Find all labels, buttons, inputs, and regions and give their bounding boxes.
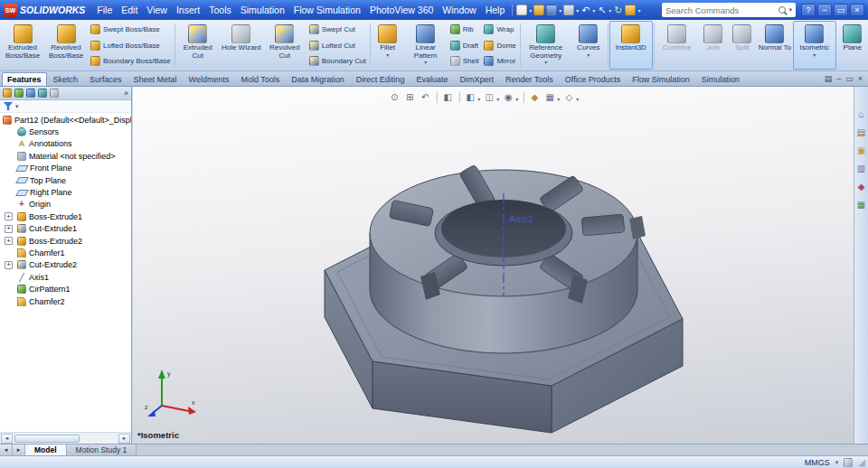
search-input[interactable] — [665, 5, 776, 15]
extruded-cut-button[interactable]: Extruded Cut — [176, 21, 220, 70]
tab-dimxpert[interactable]: DimXpert — [454, 72, 499, 86]
menu-insert[interactable]: Insert — [172, 3, 204, 17]
dropdown-caret-icon[interactable]: ▾ — [386, 52, 389, 58]
dropdown-caret-icon[interactable]: ▾ — [529, 7, 532, 14]
tree-item-right-plane[interactable]: Right Plane — [0, 186, 131, 198]
lofted-boss-button[interactable]: Lofted Boss/Base — [90, 41, 171, 51]
menu-flow-simulation[interactable]: Flow Simulation — [289, 3, 365, 17]
open-icon[interactable] — [533, 5, 544, 15]
menu-tools[interactable]: Tools — [204, 3, 236, 17]
dropdown-caret-icon[interactable]: ▾ — [576, 96, 579, 102]
configurationmanager-tab-icon[interactable] — [26, 89, 35, 98]
scroll-right-icon[interactable]: ▸ — [118, 434, 130, 444]
curves-button[interactable]: Curves▾ — [571, 21, 607, 70]
tree-item-chamfer2[interactable]: Chamfer2 — [0, 295, 131, 307]
linear-pattern-button[interactable]: Linear Pattern▾ — [404, 21, 448, 70]
tree-item-cut-extrude2[interactable]: +Cut-Extrude2 — [0, 259, 131, 271]
display-style-icon[interactable]: ◫ — [482, 90, 496, 104]
panel-chevron-icon[interactable]: » — [124, 89, 128, 98]
close-button[interactable]: × — [850, 4, 864, 16]
design-library-icon[interactable]: ▤ — [857, 128, 865, 137]
tree-item-material[interactable]: Material <not specified> — [0, 150, 131, 162]
custom-properties-icon[interactable]: ▦ — [857, 201, 865, 210]
section-view-icon[interactable]: ◧ — [440, 90, 455, 104]
mirror-button[interactable]: Mirror — [484, 56, 515, 66]
tree-item-cirpattern1[interactable]: CirPattern1 — [0, 283, 131, 295]
combine-button[interactable]: Combine — [656, 21, 699, 70]
doc-close-icon[interactable]: × — [858, 74, 863, 83]
dropdown-caret-icon[interactable]: ▾ — [813, 52, 816, 58]
reference-geometry-button[interactable]: Reference Geometry▾ — [522, 21, 571, 70]
print-icon[interactable] — [563, 5, 574, 15]
menu-file[interactable]: File — [92, 3, 117, 17]
new-document-icon[interactable] — [516, 5, 527, 15]
revolved-boss-button[interactable]: Revolved Boss/Base — [44, 21, 88, 70]
units-caret-icon[interactable]: ▾ — [835, 459, 839, 466]
zoom-fit-icon[interactable]: ⊙ — [387, 90, 401, 104]
select-arrow-icon[interactable]: ↖ — [596, 5, 608, 16]
swept-cut-button[interactable]: Swept Cut — [309, 24, 366, 34]
filter-caret-icon[interactable]: ▾ — [15, 103, 19, 110]
tree-item-boss-extrude2[interactable]: +Boss-Extrude2 — [0, 235, 131, 247]
status-icon[interactable] — [844, 458, 853, 467]
dropdown-caret-icon[interactable]: ▾ — [592, 7, 595, 14]
options-icon[interactable] — [625, 5, 636, 15]
dropdown-caret-icon[interactable]: ▾ — [587, 52, 590, 58]
maximize-button[interactable]: ▭ — [834, 4, 848, 16]
normal-to-button[interactable]: Normal To — [757, 21, 793, 70]
undo-icon[interactable]: ↶ — [580, 5, 591, 16]
rib-button[interactable]: Rib — [450, 24, 479, 34]
plane-button[interactable]: Plane — [836, 21, 868, 70]
tab-office-products[interactable]: Office Products — [560, 72, 626, 86]
menu-edit[interactable]: Edit — [117, 3, 142, 17]
scroll-left-icon[interactable]: ◂ — [1, 434, 13, 444]
rebuild-icon[interactable]: ↻ — [612, 5, 624, 16]
doc-restore-icon[interactable]: ▭ — [845, 74, 854, 83]
panel-grid-icon[interactable]: ▤ — [825, 74, 833, 83]
draft-button[interactable]: Draft — [450, 41, 479, 51]
edit-appearance-icon[interactable]: ◆ — [527, 90, 542, 104]
instant3d-button[interactable]: Instant3D — [609, 21, 653, 70]
tab-surfaces[interactable]: Surfaces — [84, 72, 127, 86]
tab-flow-simulation[interactable]: Flow Simulation — [627, 72, 695, 86]
tab-data-migration[interactable]: Data Migration — [286, 72, 350, 86]
study-nav-left-icon[interactable]: ◂ — [0, 445, 13, 455]
search-caret-icon[interactable]: ▾ — [788, 6, 792, 14]
tree-item-axis1[interactable]: ╱Axis1 — [0, 271, 131, 283]
castle-nut-model[interactable]: Axis1 — [133, 87, 854, 444]
motion-study-tab[interactable]: Motion Study 1 — [67, 445, 137, 455]
tree-root[interactable]: Part12 (Default<<Default>_Displ — [0, 114, 131, 126]
tree-item-boss-extrude1[interactable]: +Boss-Extrude1 — [0, 211, 131, 222]
zoom-to-area-icon[interactable]: ⊞ — [402, 90, 417, 104]
tab-evaluate[interactable]: Evaluate — [410, 72, 453, 86]
scrollbar-thumb[interactable] — [14, 435, 80, 443]
dropdown-caret-icon[interactable]: ▾ — [496, 96, 499, 102]
doc-minimize-icon[interactable]: – — [836, 74, 841, 83]
dropdown-caret-icon[interactable]: ▾ — [515, 96, 518, 102]
lofted-cut-button[interactable]: Lofted Cut — [309, 41, 366, 51]
dropdown-caret-icon[interactable]: ▾ — [477, 96, 480, 102]
dropdown-caret-icon[interactable]: ▾ — [424, 60, 427, 65]
dimxpertmanager-tab-icon[interactable] — [38, 89, 47, 98]
tree-item-sensors[interactable]: Sensors — [0, 126, 131, 137]
save-icon[interactable] — [546, 5, 557, 15]
menu-window[interactable]: Window — [438, 3, 480, 17]
view-settings-icon[interactable]: ◇ — [561, 90, 576, 104]
file-explorer-icon[interactable]: ▣ — [857, 146, 865, 155]
menu-photoview[interactable]: PhotoView 360 — [365, 3, 438, 17]
isometric-button[interactable]: Isometric▾ — [793, 21, 836, 70]
tree-item-cut-extrude1[interactable]: +Cut-Extrude1 — [0, 223, 131, 235]
view-orientation-icon[interactable]: ◧ — [463, 90, 477, 104]
search-icon[interactable] — [778, 6, 786, 14]
dropdown-caret-icon[interactable]: ▾ — [544, 60, 547, 65]
tree-item-top-plane[interactable]: Top Plane — [0, 174, 131, 186]
filter-funnel-icon[interactable] — [4, 102, 13, 110]
tree-item-origin[interactable]: +Origin — [0, 199, 131, 211]
expand-icon[interactable]: + — [5, 212, 13, 220]
swept-boss-button[interactable]: Swept Boss/Base — [90, 24, 171, 34]
previous-view-icon[interactable]: ↶ — [418, 90, 432, 104]
tab-sheet-metal[interactable]: Sheet Metal — [128, 72, 183, 86]
revolved-cut-button[interactable]: Revolved Cut — [263, 21, 307, 70]
tree-item-annotations[interactable]: AAnnotations — [0, 138, 131, 150]
appearances-scenes-icon[interactable]: ◆ — [858, 183, 865, 192]
